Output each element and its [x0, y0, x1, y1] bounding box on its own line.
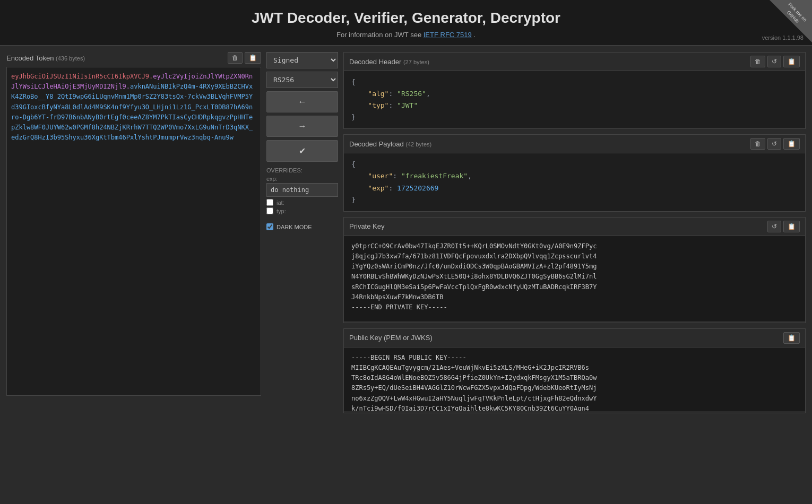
private-key-refresh-btn[interactable]: ↺ — [767, 221, 781, 232]
header-delete-btn[interactable]: 🗑 — [750, 56, 765, 67]
decoded-header-header: Decoded Header (27 bytes) 🗑 ↺ 📋 — [344, 53, 805, 71]
overrides-section: OVERRIDES: exp: iat: typ: — [266, 167, 338, 216]
dark-mode-label: DARK MODE — [277, 224, 312, 230]
main-content: Encoded Token (436 bytes) 🗑 📋 eyJhbGciOi… — [0, 46, 812, 486]
dark-mode-row: DARK MODE — [266, 223, 338, 230]
decoded-payload-content: { "user": "freakiestFreak", "exp": 17252… — [344, 153, 805, 211]
iat-row: iat: — [266, 199, 338, 206]
app-header: Fork me on GitHub JWT Decoder, Verifier,… — [0, 0, 812, 46]
subtitle: For information on JWT see IETF RFC 7519… — [11, 31, 801, 39]
left-arrow-btn[interactable]: ← — [266, 91, 338, 112]
right-panel: Decoded Header (27 bytes) 🗑 ↺ 📋 { "alg":… — [343, 52, 806, 480]
token-type-select[interactable]: Signed — [266, 52, 338, 68]
decoded-payload-title: Decoded Payload (42 bytes) — [349, 140, 431, 148]
private-key-title: Private Key — [349, 222, 384, 230]
typ-row: typ: — [266, 207, 338, 214]
typ-label: typ: — [277, 208, 286, 214]
algorithm-select[interactable]: RS256 — [266, 72, 338, 88]
encoded-delete-btn[interactable]: 🗑 — [228, 52, 243, 64]
payload-refresh-btn[interactable]: ↺ — [767, 138, 781, 150]
public-key-textarea[interactable]: -----BEGIN RSA PUBLIC KEY----- MIIBCgKCA… — [344, 347, 805, 411]
header-copy-btn[interactable]: 📋 — [783, 56, 800, 67]
payload-copy-btn[interactable]: 📋 — [783, 138, 800, 150]
exp-label: exp: — [266, 176, 338, 182]
dark-mode-checkbox[interactable] — [266, 223, 273, 230]
public-key-section: Public Key (PEM or JWKS) 📋 -----BEGIN RS… — [343, 328, 806, 413]
version-label: version 1.1.1.98 — [762, 34, 804, 41]
encoded-actions: 🗑 📋 — [228, 52, 261, 64]
decoded-payload-section: Decoded Payload (42 bytes) 🗑 ↺ 📋 { "user… — [343, 134, 806, 211]
token-part3: avknANuiNBIkPzQ4m-4RXy9XEbB2CHVxK4ZRoBo_… — [11, 83, 253, 141]
rfc-link[interactable]: IETF RFC 7519 — [424, 31, 472, 39]
decoded-header-actions: 🗑 ↺ 📋 — [750, 56, 800, 67]
typ-checkbox[interactable] — [266, 207, 273, 214]
encoded-header: Encoded Token (436 bytes) 🗑 📋 — [6, 52, 261, 64]
public-key-copy-btn[interactable]: 📋 — [783, 332, 800, 344]
private-key-actions: ↺ 📋 — [767, 221, 800, 232]
overrides-label: OVERRIDES: — [266, 167, 338, 173]
decoded-header-content: { "alg": "RS256", "typ": "JWT" } — [344, 71, 805, 128]
private-key-header: Private Key ↺ 📋 — [344, 218, 805, 236]
iat-checkbox[interactable] — [266, 199, 273, 206]
exp-override-input[interactable] — [266, 183, 338, 197]
encoded-title: Encoded Token (436 bytes) — [6, 54, 85, 62]
public-key-actions: 📋 — [783, 332, 800, 344]
encoded-copy-btn[interactable]: 📋 — [245, 52, 261, 64]
decoded-header-section: Decoded Header (27 bytes) 🗑 ↺ 📋 { "alg":… — [343, 52, 806, 129]
public-key-header: Public Key (PEM or JWKS) 📋 — [344, 329, 805, 347]
encoded-panel: Encoded Token (436 bytes) 🗑 📋 eyJhbGciOi… — [6, 52, 261, 480]
page-title: JWT Decoder, Verifier, Generator, Decryp… — [11, 10, 801, 27]
verify-btn[interactable]: ✔ — [266, 140, 338, 162]
token-part1: eyJhbGciOiJSUzI1NiIsInR5cCI6IkpXVCJ9. — [11, 73, 153, 80]
middle-panel: Signed RS256 ← → ✔ OVERRIDES: exp: iat: … — [266, 52, 338, 480]
iat-label: iat: — [277, 199, 284, 206]
decoded-payload-actions: 🗑 ↺ 📋 — [750, 138, 800, 150]
header-refresh-btn[interactable]: ↺ — [767, 56, 781, 67]
encoded-token-display[interactable]: eyJhbGciOiJSUzI1NiIsInR5cCI6IkpXVCJ9.eyJ… — [6, 67, 261, 396]
decoded-payload-header: Decoded Payload (42 bytes) 🗑 ↺ 📋 — [344, 135, 805, 153]
private-key-copy-btn[interactable]: 📋 — [783, 221, 800, 232]
right-arrow-btn[interactable]: → — [266, 116, 338, 137]
public-key-title: Public Key (PEM or JWKS) — [349, 334, 433, 342]
private-key-textarea[interactable]: y0tprCC+09CrAv0bw47IkqEJZR0It5++KQrL0SMO… — [344, 236, 805, 321]
payload-delete-btn[interactable]: 🗑 — [750, 138, 765, 150]
private-key-section: Private Key ↺ 📋 y0tprCC+09CrAv0bw47IkqEJ… — [343, 217, 806, 323]
decoded-header-title: Decoded Header (27 bytes) — [349, 58, 429, 66]
